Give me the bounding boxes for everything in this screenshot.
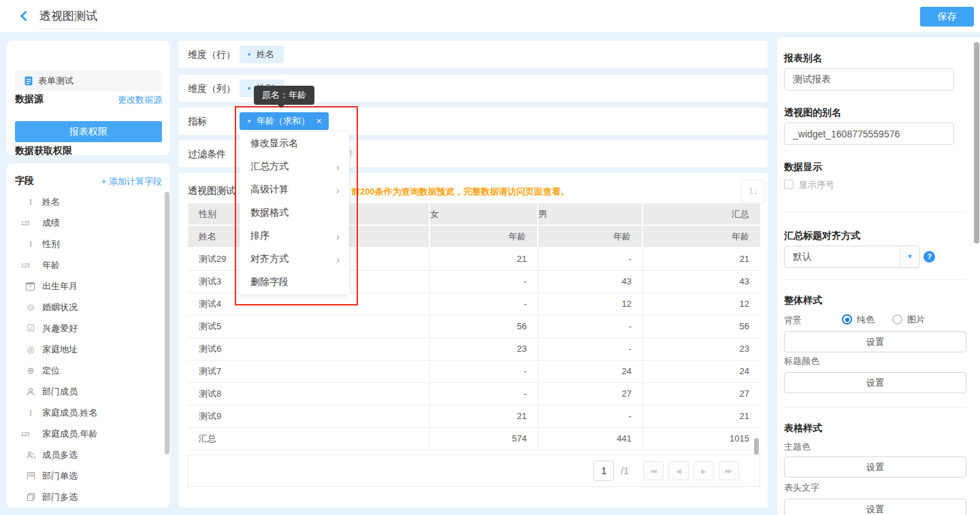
row-label-cell: 汇总	[188, 428, 430, 450]
prev-page-button[interactable]: ◀	[668, 461, 689, 480]
divider	[784, 279, 966, 280]
table-row: 测试4-1212	[188, 293, 760, 316]
field-item-hobby[interactable]: ☑兴趣爱好	[7, 318, 162, 339]
field-item-dept-multi[interactable]: 部门多选	[7, 486, 162, 508]
bg-solid-radio-row: 纯色	[842, 313, 875, 326]
overall-style-label: 整体样式	[784, 295, 822, 307]
field-item-dept-single[interactable]: 部门单选	[7, 465, 162, 486]
show-index-checkbox[interactable]	[784, 180, 794, 189]
value-cell: 21	[643, 405, 760, 428]
summary-align-select[interactable]: 默认 ▼	[784, 246, 920, 268]
value-cell: 441	[538, 428, 643, 450]
permission-title: 数据获取权限	[15, 145, 72, 157]
field-item-score[interactable]: 123成绩	[7, 212, 162, 233]
theme-color-set-button[interactable]: 设置	[784, 456, 966, 478]
menu-item-advanced-calc[interactable]: 高级计算›	[240, 178, 349, 201]
value-cell: -	[430, 271, 538, 293]
save-button[interactable]: 保存	[920, 7, 974, 27]
header-cell: 汇总	[643, 203, 760, 226]
show-index-row: 显示序号	[784, 178, 834, 191]
chevron-down-icon: ▼	[246, 118, 252, 124]
metric-tag[interactable]: ▼年龄（求和）✕	[240, 112, 329, 130]
datasource-item[interactable]: 表单测试	[15, 70, 162, 91]
datasource-title: 数据源	[15, 93, 44, 105]
radio-field-icon: ⊙	[24, 302, 37, 312]
dimension-col-label: 维度（列）	[188, 75, 235, 102]
tag-label: 姓名	[257, 48, 274, 61]
first-page-button[interactable]: ◀◀	[643, 461, 664, 480]
report-alias-input[interactable]	[784, 68, 954, 90]
divider	[784, 212, 966, 212]
row-label-cell: 测试9	[188, 405, 430, 428]
bg-set-button[interactable]: 设置	[784, 331, 966, 352]
data-display-label: 数据显示	[784, 161, 822, 173]
chevron-down-icon: ▼	[246, 86, 252, 92]
background-label: 背景	[784, 314, 802, 327]
fields-scrollbar[interactable]	[165, 192, 169, 454]
value-cell: 21	[430, 248, 538, 271]
field-item-birthdate[interactable]: 7出生年月	[7, 276, 162, 297]
field-item-address[interactable]: ◎家庭地址	[7, 339, 162, 360]
menu-item-delete-field[interactable]: 删除字段	[240, 271, 349, 294]
menu-item-sort[interactable]: 排序›	[240, 225, 349, 248]
back-icon[interactable]	[20, 11, 31, 22]
field-item-position[interactable]: ⊕定位	[7, 360, 162, 381]
select-caret-icon[interactable]: ▼	[900, 246, 919, 267]
panel-scrollbar[interactable]	[974, 42, 979, 244]
table-scrollbar[interactable]	[754, 438, 759, 454]
title-color-set-button[interactable]: 设置	[784, 372, 966, 393]
add-calc-field-link[interactable]: + 添加计算字段	[101, 176, 162, 188]
field-item-member-multi[interactable]: 成员多选	[7, 444, 162, 465]
page-input[interactable]	[593, 461, 614, 481]
value-cell: 12	[643, 293, 760, 316]
sort-icon[interactable]: 1↓	[742, 180, 765, 203]
field-item-age[interactable]: 123年龄	[7, 254, 162, 276]
close-icon[interactable]: ✕	[316, 117, 322, 126]
header-text-set-button[interactable]: 设置	[784, 499, 966, 515]
metric-label: 指标	[188, 107, 207, 135]
bg-image-radio[interactable]	[892, 314, 902, 325]
value-cell: 1015	[643, 428, 760, 450]
row-label-cell: 测试7	[188, 361, 430, 383]
value-cell: 56	[430, 316, 538, 338]
field-label: 部门多选	[42, 491, 78, 503]
dimension-row-tag[interactable]: ▼姓名	[240, 46, 284, 63]
menu-item-aggregation[interactable]: 汇总方式›	[240, 155, 349, 178]
help-icon[interactable]: ?	[924, 251, 935, 263]
field-context-menu: 修改显示名 汇总方式› 高级计算› 数据格式 排序› 对齐方式› 删除字段	[240, 132, 349, 294]
menu-item-align[interactable]: 对齐方式›	[240, 248, 349, 271]
bg-solid-radio[interactable]	[842, 314, 852, 325]
value-cell: 574	[430, 428, 538, 450]
summary-align-label: 汇总标题对齐方式	[784, 230, 860, 242]
menu-item-rename[interactable]: 修改显示名	[240, 132, 349, 155]
report-permission-button[interactable]: 报表权限	[15, 121, 162, 142]
topbar: 透视图测试 保存	[0, 0, 980, 33]
field-item-family-name[interactable]: I家庭成员.姓名	[7, 402, 162, 423]
dimension-row-label: 维度（行）	[188, 41, 235, 68]
value-cell: 21	[643, 248, 760, 271]
change-datasource-link[interactable]: 更改数据源	[118, 94, 162, 106]
fields-card: 字段 + 添加计算字段 I姓名 123成绩 I性别 123年龄 7出生年月 ⊙婚…	[7, 163, 170, 508]
menu-item-label: 高级计算	[250, 184, 336, 196]
value-cell: 23	[643, 338, 760, 361]
value-cell: -	[430, 383, 538, 405]
checkbox-field-icon: ☑	[24, 323, 37, 333]
field-item-gender[interactable]: I性别	[7, 233, 162, 254]
page-total: /1	[621, 465, 629, 476]
field-label: 家庭成员.年龄	[42, 428, 98, 440]
field-label: 家庭成员.姓名	[42, 407, 98, 419]
field-item-marital[interactable]: ⊙婚姻状况	[7, 297, 162, 318]
divider	[784, 407, 966, 408]
row-label-cell: 测试5	[188, 316, 430, 338]
header-cell: 女	[430, 203, 538, 226]
field-item-dept-member[interactable]: 部门成员	[7, 381, 162, 402]
value-cell: 43	[538, 271, 643, 293]
menu-item-data-format[interactable]: 数据格式	[240, 201, 349, 225]
field-label: 年龄	[42, 259, 60, 271]
field-item-name[interactable]: I姓名	[7, 191, 162, 212]
last-page-button[interactable]: ▶▶	[719, 461, 739, 480]
field-item-family-age[interactable]: 123家庭成员.年龄	[7, 423, 162, 444]
next-page-button[interactable]: ▶	[693, 461, 714, 480]
pivot-report-builder: 透视图测试 保存 数据源 更改数据源 表单测试 数据获取权限 报表权限 字段 +…	[0, 0, 980, 515]
widget-alias-input[interactable]	[784, 122, 954, 145]
